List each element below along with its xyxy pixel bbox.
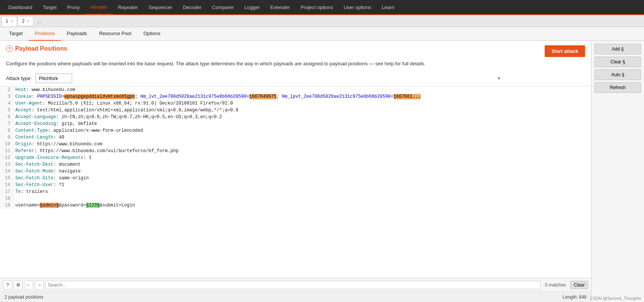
table-row: 8 Content-Type: application/x-www-form-u…	[0, 127, 591, 134]
auto-section-button[interactable]: Auto §	[595, 69, 641, 80]
right-panel: Add § Clear § Auto § Refresh	[591, 41, 644, 302]
line-content: Te: trailers	[14, 188, 591, 195]
panel-description: Configure the positions where payloads w…	[0, 57, 591, 71]
line-content: Sec-Fetch-User: ?1	[14, 182, 591, 188]
table-row: 6 Accept-Language: zh-CN,zh;q=0.8,zh-TW;…	[0, 114, 591, 120]
nav-item-target[interactable]: Target	[38, 0, 62, 15]
panel-title-area: ? Payload Positions	[6, 45, 67, 52]
line-number: 4	[0, 100, 14, 107]
table-row: 13 Sec-Fetch-Dest: document	[0, 161, 591, 168]
line-number: 15	[0, 175, 14, 182]
help-search-icon[interactable]: ?	[3, 280, 12, 290]
nav-item-decoder[interactable]: Decoder	[178, 0, 207, 15]
nav-item-learn[interactable]: Learn	[377, 0, 400, 15]
add-section-button[interactable]: Add §	[595, 44, 641, 54]
line-number: 6	[0, 114, 14, 120]
line-content: username=§admin§&password=§123§&submit=L…	[14, 202, 591, 209]
line-content: Accept-Encoding: gzip, deflate	[14, 120, 591, 127]
table-row: 7 Accept-Encoding: gzip, deflate	[0, 120, 591, 127]
clear-search-button[interactable]: Clear	[570, 281, 588, 289]
status-bar: 2 payload positions Length: 848	[0, 291, 591, 302]
line-number: 9	[0, 134, 14, 141]
line-number: 17	[0, 188, 14, 195]
top-navigation: Dashboard Target Proxy Intruder Repeater…	[0, 0, 644, 15]
table-row: 15 Sec-Fetch-Site: same-origin	[0, 175, 591, 182]
help-icon[interactable]: ?	[6, 45, 13, 52]
line-content: Cookie: PHPSESSID=epnaspgepddialdvmtsmob…	[14, 93, 591, 100]
table-row: 14 Sec-Fetch-Mode: navigate	[0, 168, 591, 175]
tab-2-close[interactable]: ×	[27, 19, 29, 23]
nav-item-repeater[interactable]: Repeater	[113, 0, 143, 15]
sub-tabs: Target Positions Payloads Resource Pool …	[0, 27, 644, 41]
line-number: 19	[0, 202, 14, 209]
line-number: 13	[0, 161, 14, 168]
nav-item-intruder[interactable]: Intruder	[85, 0, 113, 15]
back-icon[interactable]: ←	[24, 280, 33, 290]
tab-more[interactable]: ...	[34, 18, 45, 24]
line-content: Accept: text/html,application/xhtml+xml,…	[14, 107, 591, 114]
search-bar: ? ⚙ ← → 0 matches Clear	[0, 278, 591, 291]
request-table: 2 Host: www.bihuoedu.com 3 Cookie: PHPSE…	[0, 86, 591, 209]
tab-bar: 1 × 2 × ...	[0, 15, 644, 27]
tab-2-label: 2	[22, 18, 25, 24]
main-content: ? Payload Positions Start attack Configu…	[0, 41, 644, 302]
nav-item-dashboard[interactable]: Dashboard	[3, 0, 38, 15]
table-row: 10 Origin: https://www.bihuoedu.com	[0, 141, 591, 148]
table-row: 16 Sec-Fetch-User: ?1	[0, 182, 591, 188]
panel-header: ? Payload Positions Start attack	[0, 41, 591, 57]
sub-tab-options[interactable]: Options	[137, 27, 167, 41]
tab-1-label: 1	[6, 18, 8, 24]
forward-icon[interactable]: →	[35, 280, 44, 290]
nav-item-user-options[interactable]: User options	[338, 0, 377, 15]
panel-title-text: Payload Positions	[15, 45, 67, 52]
length-indicator: Length: 848	[563, 294, 587, 300]
line-number: 7	[0, 120, 14, 127]
table-row: 17 Te: trailers	[0, 188, 591, 195]
line-content: Accept-Language: zh-CN,zh;q=0.8,zh-TW;q=…	[14, 114, 591, 120]
sub-tab-target[interactable]: Target	[3, 27, 29, 41]
line-content	[14, 195, 591, 202]
left-panel: ? Payload Positions Start attack Configu…	[0, 41, 591, 302]
table-row: 11 Referer: https://www.bihuoedu.com/vul…	[0, 148, 591, 154]
attack-type-row: Attack type: Sniper Battering ram Pitchf…	[0, 71, 591, 86]
payload-positions-count: 2 payload positions	[5, 294, 43, 300]
attack-type-select[interactable]: Sniper Battering ram Pitchfork Cluster b…	[36, 74, 72, 83]
nav-item-logger[interactable]: Logger	[239, 0, 265, 15]
line-number: 14	[0, 168, 14, 175]
line-content: Sec-Fetch-Dest: document	[14, 161, 591, 168]
line-number: 8	[0, 127, 14, 134]
nav-item-extender[interactable]: Extender	[265, 0, 295, 15]
line-content: Content-Type: application/x-www-form-url…	[14, 127, 591, 134]
search-matches: 0 matches	[542, 282, 569, 288]
table-row: 19 username=§admin§&password=§123§&submi…	[0, 202, 591, 209]
sub-tab-positions[interactable]: Positions	[29, 27, 61, 41]
nav-item-project-options[interactable]: Project options	[295, 0, 338, 15]
table-row: 12 Upgrade-Insecure-Requests: 1	[0, 154, 591, 161]
line-number: 11	[0, 148, 14, 154]
line-number: 12	[0, 154, 14, 161]
nav-item-proxy[interactable]: Proxy	[62, 0, 85, 15]
line-number: 2	[0, 86, 14, 93]
sub-tab-payloads[interactable]: Payloads	[61, 27, 93, 41]
attack-type-label: Attack type:	[6, 76, 32, 81]
tab-1[interactable]: 1 ×	[2, 16, 17, 26]
line-number: 10	[0, 141, 14, 148]
tab-2[interactable]: 2 ×	[18, 16, 33, 26]
table-row: 4 User-Agent: Mozilla/5.0 (X11; Linux x8…	[0, 100, 591, 107]
line-content: Sec-Fetch-Site: same-origin	[14, 175, 591, 182]
line-content: Host: www.bihuoedu.com	[14, 86, 591, 93]
line-content: Referer: https://www.bihuoedu.com/vul/bu…	[14, 148, 591, 154]
clear-section-button[interactable]: Clear §	[595, 57, 641, 67]
table-row: 5 Accept: text/html,application/xhtml+xm…	[0, 107, 591, 114]
request-editor[interactable]: 2 Host: www.bihuoedu.com 3 Cookie: PHPSE…	[0, 86, 591, 278]
line-content: Origin: https://www.bihuoedu.com	[14, 141, 591, 148]
nav-item-sequencer[interactable]: Sequencer	[143, 0, 178, 15]
line-content: Content-Length: 40	[14, 134, 591, 141]
search-input[interactable]	[45, 281, 541, 289]
start-attack-button[interactable]: Start attack	[545, 45, 585, 57]
nav-item-comparer[interactable]: Comparer	[207, 0, 239, 15]
sub-tab-resource-pool[interactable]: Resource Pool	[93, 27, 137, 41]
tab-1-close[interactable]: ×	[11, 19, 13, 23]
refresh-button[interactable]: Refresh	[595, 82, 641, 93]
settings-icon[interactable]: ⚙	[14, 280, 23, 290]
